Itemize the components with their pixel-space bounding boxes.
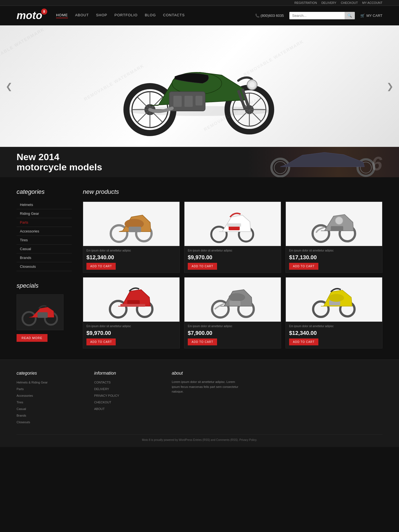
footer-col-information: information CONTACTS DELIVERY PRIVACY PO… — [94, 371, 161, 426]
hero-motorcycle-image — [103, 28, 296, 144]
category-brands[interactable]: Brands — [17, 253, 72, 262]
footer-cat-2[interactable]: Parts — [17, 386, 83, 391]
topbar-myaccount[interactable]: MY ACCOUNT — [362, 1, 382, 4]
product-card-6: Em ipsum dolor sit amettetur adipisc $12… — [286, 277, 382, 348]
footer-cat-closeouts-link[interactable]: Closeouts — [17, 420, 30, 424]
product-image-2 — [184, 202, 281, 246]
hero-background — [0, 25, 399, 147]
nav-contacts[interactable]: CONTACTS — [163, 13, 185, 18]
add-to-cart-4[interactable]: ADD TO CART — [86, 338, 116, 345]
topbar-delivery[interactable]: DELIVERY — [321, 1, 336, 4]
logo[interactable]: moto 8 — [17, 10, 42, 22]
hero-next-button[interactable]: ❯ — [387, 81, 393, 91]
phone-number: (800)603 6035 — [260, 14, 284, 18]
nav-shop[interactable]: SHOP — [96, 13, 107, 18]
footer-cat-3[interactable]: Accessories — [17, 393, 83, 398]
footer-cat-brands-link[interactable]: Brands — [17, 414, 26, 417]
hero-prev-button[interactable]: ❮ — [6, 81, 12, 91]
footer-cat-parts-link[interactable]: Parts — [17, 387, 24, 391]
category-brands-link[interactable]: Brands — [17, 253, 72, 262]
search-button[interactable]: 🔍 — [345, 12, 355, 19]
search-input[interactable] — [289, 12, 345, 19]
product-desc-2: Em ipsum dolor sit amettetur adipisc — [188, 249, 278, 253]
nav-blog[interactable]: BLOG — [145, 13, 156, 18]
footer-delivery-link[interactable]: DELIVERY — [94, 387, 109, 391]
read-more-button[interactable]: READ MORE — [17, 334, 47, 342]
footer-cat-accessories-link[interactable]: Accessories — [17, 394, 33, 397]
category-accessories-link[interactable]: Accessories — [17, 227, 72, 235]
footer-about-text: Lorem ipsum dolor sit amettetur adipisc.… — [172, 380, 238, 394]
footer-privacy-link[interactable]: PRIVACY POLICY — [94, 394, 119, 397]
svg-rect-37 — [129, 227, 141, 232]
promo-banner: New 2014 motorcycle models 6 — [0, 147, 399, 177]
specials-title: specials — [17, 282, 72, 289]
category-tires[interactable]: Tires — [17, 236, 72, 245]
footer-information-title: information — [94, 371, 161, 376]
search-box: 🔍 — [289, 12, 355, 19]
svg-rect-52 — [120, 304, 145, 307]
footer-info-delivery[interactable]: DELIVERY — [94, 386, 161, 391]
svg-point-46 — [335, 217, 343, 224]
footer-about-title: about — [172, 371, 238, 376]
main-nav: HOME ABOUT SHOP PORTFOLIO BLOG CONTACTS — [56, 13, 250, 18]
nav-about[interactable]: ABOUT — [75, 13, 89, 18]
cart-button[interactable]: 🛒 MY CART — [360, 14, 382, 18]
add-to-cart-3[interactable]: ADD TO CART — [289, 263, 318, 270]
category-riding-gear-link[interactable]: Riding Gear — [17, 209, 72, 218]
topbar-registration[interactable]: REGISTRATION — [294, 1, 317, 4]
product-price-3: $17,130.00 — [289, 254, 379, 261]
new-products-title: new products — [83, 188, 382, 195]
specials-motorcycle-svg — [18, 296, 62, 329]
svg-point-62 — [329, 294, 344, 302]
svg-rect-19 — [195, 96, 202, 105]
product-svg-3 — [306, 202, 362, 246]
footer-cat-casual-link[interactable]: Casual — [17, 407, 26, 411]
footer-cat-6[interactable]: Brands — [17, 413, 83, 418]
category-casual-link[interactable]: Casual — [17, 245, 72, 253]
footer-checkout-link[interactable]: CHECKOUT — [94, 401, 111, 404]
footer-info-checkout[interactable]: CHECKOUT — [94, 399, 161, 404]
product-svg-6 — [306, 277, 362, 322]
product-svg-2 — [205, 202, 260, 246]
svg-rect-42 — [227, 223, 241, 227]
category-casual[interactable]: Casual — [17, 245, 72, 253]
add-to-cart-6[interactable]: ADD TO CART — [289, 338, 318, 345]
add-to-cart-2[interactable]: ADD TO CART — [188, 263, 217, 270]
footer-contacts-link[interactable]: CONTACTS — [94, 381, 111, 384]
category-tires-link[interactable]: Tires — [17, 236, 72, 244]
header: moto 8 HOME ABOUT SHOP PORTFOLIO BLOG CO… — [0, 6, 399, 25]
footer-categories-list: Helmets & Riding Gear Parts Accessories … — [17, 380, 83, 424]
footer-cat-5[interactable]: Casual — [17, 406, 83, 411]
add-to-cart-1[interactable]: ADD TO CART — [86, 263, 116, 270]
footer-bottom: Moto 8 is proudly powered by WordPress E… — [17, 434, 382, 441]
product-price-6: $12,340.00 — [289, 330, 379, 336]
category-parts-link[interactable]: Parts — [17, 218, 72, 227]
category-helmets[interactable]: Helmets — [17, 200, 72, 209]
category-closeouts-link[interactable]: Closeouts — [17, 262, 72, 271]
add-to-cart-5[interactable]: ADD TO CART — [188, 338, 217, 345]
footer-cat-1[interactable]: Helmets & Riding Gear — [17, 380, 83, 385]
category-closeouts[interactable]: Closeouts — [17, 262, 72, 271]
footer-about-link[interactable]: ABOUT — [94, 407, 105, 411]
footer-info-contacts[interactable]: CONTACTS — [94, 380, 161, 385]
footer-col-about: about Lorem ipsum dolor sit amettetur ad… — [172, 371, 238, 426]
footer-cat-4[interactable]: Tires — [17, 399, 83, 404]
product-info-6: Em ipsum dolor sit amettetur adipisc $12… — [286, 322, 382, 348]
product-card-5: Em ipsum dolor sit amettetur adipisc $7,… — [184, 277, 281, 348]
nav-portfolio[interactable]: PORTFOLIO — [115, 13, 138, 18]
category-accessories[interactable]: Accessories — [17, 227, 72, 236]
footer-cat-7[interactable]: Closeouts — [17, 419, 83, 424]
product-desc-5: Em ipsum dolor sit amettetur adipisc — [188, 324, 278, 328]
footer-cat-tires-link[interactable]: Tires — [17, 401, 23, 404]
nav-home[interactable]: HOME — [56, 13, 68, 18]
category-riding-gear[interactable]: Riding Gear — [17, 209, 72, 218]
footer-col-categories: categories Helmets & Riding Gear Parts A… — [17, 371, 83, 426]
footer-info-privacy[interactable]: PRIVACY POLICY — [94, 393, 161, 398]
category-parts[interactable]: Parts — [17, 218, 72, 227]
product-image-3 — [286, 202, 382, 246]
footer-cat-helmets-link[interactable]: Helmets & Riding Gear — [17, 381, 48, 384]
category-helmets-link[interactable]: Helmets — [17, 200, 72, 209]
footer-info-about[interactable]: ABOUT — [94, 406, 161, 411]
topbar-checkout[interactable]: CHECKOUT — [341, 1, 358, 4]
footer-bottom-text: Moto 8 is proudly powered by WordPress E… — [142, 438, 257, 441]
